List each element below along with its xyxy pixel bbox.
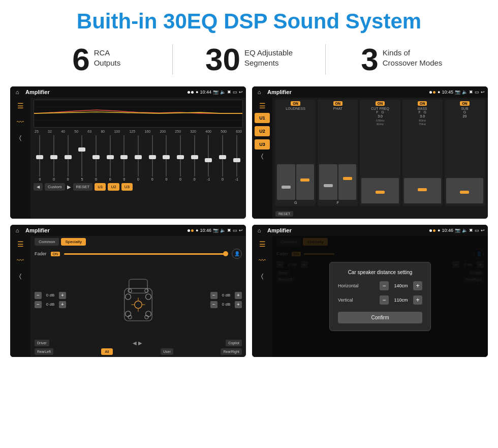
reset-btn-2[interactable]: RESET <box>275 211 293 217</box>
u2-btn[interactable]: U2 <box>108 183 119 191</box>
speaker-icon-2[interactable]: 〈 <box>261 153 263 160</box>
wave-icon[interactable]: 〰 <box>17 118 24 126</box>
cutfreq-slider[interactable] <box>361 178 398 203</box>
slider-track-15[interactable] <box>236 135 237 176</box>
u3-btn[interactable]: U3 <box>121 183 133 191</box>
slider-track-13[interactable] <box>208 135 209 176</box>
all-btn[interactable]: All <box>101 348 113 355</box>
vertical-label: Vertical <box>338 297 366 303</box>
u3-selector[interactable]: U3 <box>255 139 270 150</box>
screen-distance: ⌂ Amplifier ● 10:46 📷🔈✖▭↩ ☰ 〰 〈 Common <box>252 225 488 357</box>
slider-track-11[interactable] <box>180 135 181 176</box>
slider-track-12[interactable] <box>194 135 195 176</box>
copilot-btn[interactable]: Copilot <box>226 340 242 346</box>
driver-btn[interactable]: Driver <box>35 340 49 346</box>
db-minus-rl[interactable]: − <box>35 301 42 308</box>
sub-slider[interactable] <box>446 178 483 203</box>
loudness-slider-l[interactable] <box>277 164 295 200</box>
screen4-main: Common Specialty Fader ON 👤 − 0 dB + <box>272 236 488 357</box>
slider-track-8[interactable] <box>138 135 139 176</box>
svg-point-6 <box>126 311 131 316</box>
db-minus-rr[interactable]: − <box>210 301 217 308</box>
status-bar-2: ⌂ Amplifier ● 10:45 📷🔈✖▭↩ <box>252 86 488 98</box>
slider-track-9[interactable] <box>152 135 153 176</box>
arrow-right-icon[interactable]: ▶ <box>138 340 142 346</box>
db-plus-rr[interactable]: + <box>235 301 242 308</box>
db-plus-fr[interactable]: + <box>235 292 242 299</box>
eq-graph <box>34 100 243 128</box>
slider-col-2: 0 <box>48 135 60 181</box>
u1-btn[interactable]: U1 <box>95 183 106 191</box>
slider-track-7[interactable] <box>123 135 124 176</box>
db-val-rl: 0 dB <box>43 302 57 307</box>
slider-val-4: 5 <box>81 177 83 181</box>
prev-button[interactable]: ◀ <box>34 183 43 191</box>
slider-track-6[interactable] <box>110 135 111 176</box>
db-plus-fl[interactable]: + <box>59 292 66 299</box>
bass-slider[interactable] <box>404 178 441 203</box>
horizontal-plus-btn[interactable]: + <box>413 281 422 290</box>
stat-eq-number: 30 <box>205 44 240 75</box>
stat-divider-1 <box>172 44 173 75</box>
user-btn[interactable]: User <box>161 348 173 355</box>
db-val-fl: 0 dB <box>43 293 57 297</box>
u1-selector[interactable]: U1 <box>255 113 270 123</box>
screens-grid: ⌂ Amplifier ● 10:44 📷🔈✖▭↩ ☰ 〰 〈 <box>0 84 498 367</box>
confirm-button[interactable]: Confirm <box>338 312 422 323</box>
db-val-rr: 0 dB <box>219 302 233 307</box>
loudness-slider-r[interactable] <box>296 164 315 200</box>
db-control-fl: − 0 dB + <box>35 292 66 299</box>
eq-icon[interactable]: ☰ <box>17 102 24 110</box>
slider-track-3[interactable] <box>68 135 69 176</box>
eq-icon-2[interactable]: ☰ <box>259 102 266 110</box>
app-title-4: Amplifier <box>267 227 427 233</box>
slider-val-5: 0 <box>95 177 97 181</box>
db-plus-rl[interactable]: + <box>59 301 66 308</box>
speaker-layout: − 0 dB + − 0 dB + <box>35 262 242 338</box>
speaker-icon-3[interactable]: 〈 <box>19 273 21 280</box>
slider-track-1[interactable] <box>39 135 40 176</box>
fader-slider[interactable] <box>64 253 228 255</box>
slider-val-7: 0 <box>123 177 125 181</box>
stat-crossover-number: 3 <box>361 44 378 75</box>
rearright-btn[interactable]: RearRight <box>221 348 242 355</box>
slider-track-2[interactable] <box>53 135 54 176</box>
screen4-content: ☰ 〰 〈 Common Specialty Fader ON 👤 <box>252 236 488 357</box>
slider-val-2: 0 <box>53 177 55 181</box>
svg-point-8 <box>126 294 131 300</box>
db-minus-fl[interactable]: − <box>35 292 42 299</box>
vertical-plus-btn[interactable]: + <box>413 295 422 305</box>
vertical-minus-btn[interactable]: − <box>380 295 389 305</box>
rearleft-btn[interactable]: RearLeft <box>35 348 53 355</box>
u2-selector[interactable]: U2 <box>255 126 270 136</box>
settings-icon[interactable]: 👤 <box>232 249 242 259</box>
slider-track-5[interactable] <box>96 135 97 176</box>
eq-icon-4[interactable]: ☰ <box>259 240 266 248</box>
slider-track-4[interactable] <box>81 135 82 176</box>
tab-common-3[interactable]: Common <box>35 238 59 246</box>
slider-track-14[interactable] <box>222 135 223 176</box>
status-icons-4: ● 10:46 📷🔈✖▭↩ <box>438 228 485 233</box>
speaker-left-controls: − 0 dB + − 0 dB + <box>35 262 66 338</box>
loudness-val: G <box>294 201 297 204</box>
db-minus-fr[interactable]: − <box>210 292 217 299</box>
wave-icon-4[interactable]: 〰 <box>259 256 266 264</box>
speaker-icon-4[interactable]: 〈 <box>261 273 263 280</box>
speaker-icon[interactable]: 〈 <box>19 134 21 141</box>
phat-slider-l[interactable] <box>319 164 337 200</box>
screen2-main: ON LOUDNESS G <box>272 98 488 219</box>
reset-btn-1[interactable]: RESET <box>73 183 93 191</box>
play-button[interactable]: ▶ <box>67 184 71 190</box>
phat-slider-r[interactable] <box>338 164 357 200</box>
slider-val-15: -1 <box>235 177 238 181</box>
slider-val-11: 0 <box>179 177 181 181</box>
horizontal-minus-btn[interactable]: − <box>380 281 389 290</box>
slider-track-10[interactable] <box>166 135 167 176</box>
distance-dialog: Car speaker distance setting Horizontal … <box>329 262 431 331</box>
arrow-left-icon[interactable]: ◀ <box>133 340 137 346</box>
page-title: Buith-in 30EQ DSP Sound System <box>0 0 498 39</box>
eq-icon-3[interactable]: ☰ <box>17 240 24 248</box>
tab-specialty-3[interactable]: Specialty <box>61 238 85 246</box>
wave-icon-3[interactable]: 〰 <box>17 256 24 264</box>
stat-divider-2 <box>325 44 326 75</box>
